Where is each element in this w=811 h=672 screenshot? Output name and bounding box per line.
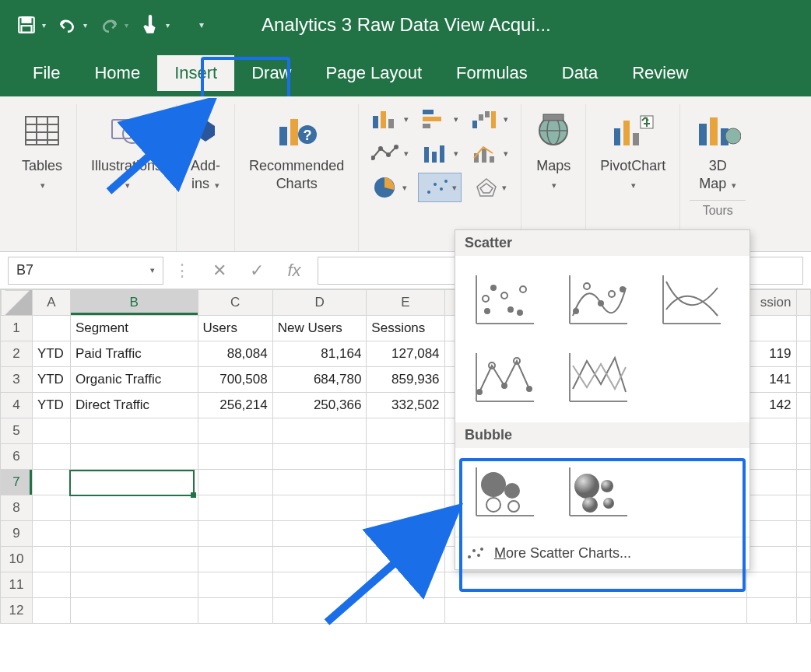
- scatter-option-2[interactable]: [555, 265, 641, 335]
- tables-button[interactable]: Tables▾: [17, 104, 67, 197]
- row-header-10[interactable]: 10: [1, 547, 33, 572]
- column-chart-button[interactable]: ▾: [368, 104, 412, 134]
- scatter-option-3[interactable]: [648, 265, 734, 335]
- cell-C3[interactable]: 700,508: [198, 367, 272, 393]
- 3d-map-icon: [694, 107, 741, 154]
- cancel-icon[interactable]: ✕: [201, 257, 238, 285]
- cell-G3[interactable]: 141: [747, 367, 796, 393]
- cell-B3[interactable]: Organic Traffic: [70, 367, 198, 393]
- tables-icon: [24, 107, 60, 154]
- cell-A4[interactable]: YTD: [32, 393, 70, 418]
- col-header-E[interactable]: E: [367, 290, 444, 316]
- scatter-chart-button[interactable]: ▾: [418, 173, 462, 202]
- scatter-option-5[interactable]: [555, 343, 641, 413]
- more-scatter-charts-link[interactable]: More Scatter Charts...: [455, 537, 750, 569]
- col-header-last[interactable]: [796, 290, 810, 316]
- waterfall-button[interactable]: ▾: [468, 104, 511, 134]
- enter-icon[interactable]: ✓: [238, 257, 276, 285]
- tab-draw[interactable]: Draw: [234, 55, 308, 91]
- col-header-ssion[interactable]: ssion: [747, 290, 796, 316]
- col-header-C[interactable]: C: [198, 290, 272, 316]
- col-header-B[interactable]: B: [70, 290, 198, 316]
- recommended-charts-button[interactable]: ? Recommended Charts: [244, 104, 349, 197]
- title-bar: ▾ ▾ ▾ ▾ ▾ Analytics 3 Raw Data View Acqu…: [0, 0, 811, 50]
- qat-redo-dropdown[interactable]: ▾: [125, 21, 128, 30]
- row-header-4[interactable]: 4: [1, 393, 33, 418]
- row-header-7[interactable]: 7: [1, 470, 33, 495]
- maps-button[interactable]: Maps▾: [531, 104, 576, 197]
- tab-page-layout[interactable]: Page Layout: [309, 55, 440, 91]
- tab-review[interactable]: Review: [615, 55, 705, 91]
- select-all-corner[interactable]: [1, 290, 33, 316]
- cell-D2[interactable]: 81,164: [272, 341, 367, 367]
- tab-home[interactable]: Home: [77, 55, 157, 91]
- bubble-option-2[interactable]: [555, 457, 641, 527]
- svg-rect-46: [543, 114, 563, 121]
- 3d-map-button[interactable]: 3DMap ▾: [690, 104, 746, 197]
- stats-chart-button[interactable]: ▾: [418, 138, 462, 168]
- col-header-A[interactable]: A: [32, 290, 70, 316]
- row-header-2[interactable]: 2: [1, 341, 33, 367]
- row-header-1[interactable]: 1: [1, 316, 33, 341]
- cell-D3[interactable]: 684,780: [272, 367, 367, 393]
- svg-rect-21: [423, 124, 430, 128]
- row-header-9[interactable]: 9: [1, 521, 33, 547]
- qat-customize-dropdown[interactable]: ▾: [199, 19, 204, 30]
- fx-icon[interactable]: fx: [276, 257, 313, 285]
- expand-formula-icon[interactable]: ⋮: [163, 257, 201, 285]
- cell-E3[interactable]: 859,936: [367, 367, 444, 393]
- line-chart-button[interactable]: ▾: [368, 138, 412, 168]
- cell-C1[interactable]: Users: [198, 316, 272, 341]
- cell-B1[interactable]: Segment: [70, 316, 198, 341]
- tab-insert[interactable]: Insert: [157, 55, 234, 91]
- svg-point-10: [123, 124, 142, 143]
- cell-A3[interactable]: YTD: [32, 367, 70, 393]
- scatter-option-4[interactable]: [462, 343, 547, 413]
- row-header-8[interactable]: 8: [1, 495, 33, 521]
- undo-icon[interactable]: [57, 14, 79, 36]
- row-header-12[interactable]: 12: [1, 598, 33, 624]
- svg-point-60: [501, 292, 507, 299]
- cell-C4[interactable]: 256,214: [198, 393, 272, 418]
- scatter-option-1[interactable]: [462, 265, 547, 335]
- cell-C2[interactable]: 88,084: [198, 341, 272, 367]
- cell-E2[interactable]: 127,084: [367, 341, 444, 367]
- pie-chart-button[interactable]: ▾: [368, 173, 412, 202]
- combo-chart-button[interactable]: ▾: [468, 138, 511, 168]
- redo-icon[interactable]: [98, 14, 120, 36]
- illustrations-button[interactable]: Illustrations▾: [86, 104, 167, 197]
- cell-G4[interactable]: 142: [747, 393, 796, 418]
- name-box[interactable]: B7 ▾: [8, 257, 163, 285]
- qat-touch-dropdown[interactable]: ▾: [166, 21, 170, 30]
- touch-mode-icon[interactable]: [139, 14, 161, 36]
- row-header-3[interactable]: 3: [1, 367, 33, 393]
- cell-B4[interactable]: Direct Traffic: [70, 393, 198, 418]
- svg-point-57: [484, 308, 490, 314]
- radar-chart-button[interactable]: ▾: [468, 173, 511, 202]
- cell-G2[interactable]: 119: [747, 341, 796, 367]
- row-header-5[interactable]: 5: [1, 418, 33, 444]
- tab-file[interactable]: File: [16, 55, 77, 91]
- svg-point-84: [481, 472, 506, 497]
- svg-rect-52: [710, 117, 718, 145]
- save-icon[interactable]: [16, 14, 37, 36]
- svg-point-62: [517, 310, 523, 316]
- cell-D1[interactable]: New Users: [272, 316, 367, 341]
- pivotchart-button[interactable]: PivotChart▾: [595, 104, 670, 197]
- cell-A2[interactable]: YTD: [32, 341, 70, 367]
- col-header-D[interactable]: D: [272, 290, 367, 316]
- cell-D4[interactable]: 250,366: [272, 393, 367, 418]
- bar-chart-button[interactable]: ▾: [418, 104, 462, 134]
- cell-E1[interactable]: Sessions: [367, 316, 444, 341]
- qat-save-dropdown[interactable]: ▾: [42, 21, 46, 30]
- bubble-option-1[interactable]: [462, 457, 547, 527]
- row-header-6[interactable]: 6: [1, 444, 33, 470]
- qat-undo-dropdown[interactable]: ▾: [83, 21, 87, 30]
- addins-button[interactable]: Add- ins ▾: [186, 104, 225, 197]
- cell-E4[interactable]: 332,502: [367, 393, 444, 418]
- tab-data[interactable]: Data: [545, 55, 615, 91]
- row-header-11[interactable]: 11: [1, 572, 33, 598]
- svg-point-87: [508, 501, 519, 512]
- tab-formulas[interactable]: Formulas: [439, 55, 545, 91]
- cell-B2[interactable]: Paid Traffic: [70, 341, 198, 367]
